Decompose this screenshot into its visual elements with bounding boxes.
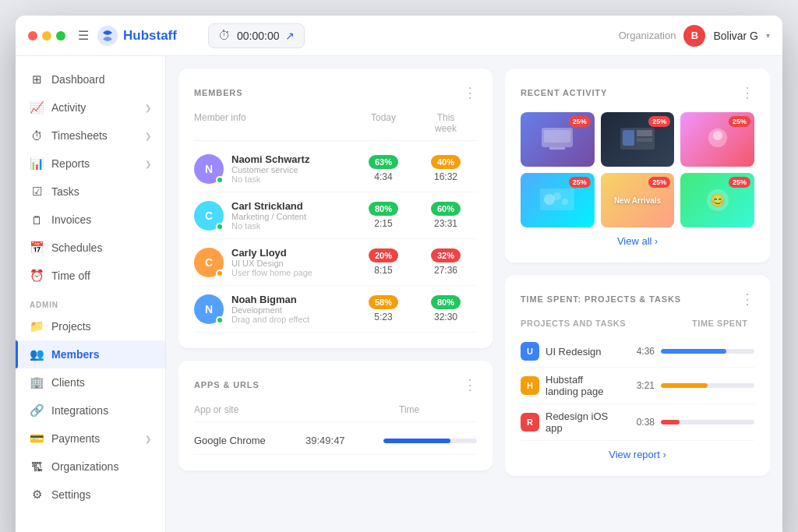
titlebar: ☰ Hubstaff ⏱ 00:00:00 ↗ Organization B B…: [16, 16, 782, 56]
member-details: Naomi Schwartz Customer service No task: [231, 153, 309, 184]
chevron-icon: ❯: [145, 132, 151, 140]
progress-fill: [661, 349, 726, 354]
sidebar-item-settings[interactable]: ⚙ Settings: [16, 481, 165, 509]
schedules-icon: 📅: [30, 241, 44, 255]
table-row: C Carl Strickland Marketing / Content No…: [194, 192, 477, 239]
org-avatar: B: [683, 25, 705, 47]
organizations-icon: 🏗: [30, 460, 44, 474]
sidebar-label-schedules: Schedules: [51, 241, 151, 254]
admin-section-label: ADMIN: [16, 290, 165, 312]
timespent-card-menu[interactable]: ⋮: [740, 291, 754, 308]
col-app-site: App or site: [194, 404, 399, 415]
activity-thumb-4[interactable]: 25%: [521, 173, 595, 227]
app-name: Google Chrome: [194, 435, 305, 446]
member-dept: UI UX Design: [231, 259, 312, 268]
sidebar-item-timesheets[interactable]: ⏱ Timesheets ❯: [16, 122, 165, 150]
activity-card-title: RECENT ACTIVITY: [521, 88, 607, 97]
sidebar-label-invoices: Invoices: [51, 213, 151, 226]
member-name: Naomi Schwartz: [231, 153, 309, 165]
timeoff-icon: ⏰: [30, 269, 44, 283]
chevron-icon: ❯: [145, 435, 151, 443]
members-card: MEMBERS ⋮ Member info Today Thisweek N N…: [178, 69, 493, 348]
logo-text: Hubstaff: [123, 28, 177, 44]
activity-thumb-3[interactable]: 25%: [680, 112, 754, 167]
activity-badge-5: 25%: [648, 177, 670, 188]
maximize-button[interactable]: [56, 31, 65, 41]
apps-card-menu[interactable]: ⋮: [463, 376, 477, 393]
table-row: C Carly Lloyd UI UX Design User flow hom…: [194, 239, 477, 286]
project-time: 3:21: [616, 380, 655, 391]
today-time: 8:15: [374, 265, 392, 276]
svg-rect-6: [637, 130, 652, 136]
svg-point-12: [553, 192, 561, 200]
sidebar-item-integrations[interactable]: 🔗 Integrations: [16, 396, 165, 425]
right-column: RECENT ACTIVITY ⋮: [505, 69, 770, 532]
sidebar-label-clients: Clients: [51, 376, 151, 389]
view-all-button[interactable]: View all ›: [521, 235, 754, 247]
close-button[interactable]: [28, 31, 37, 41]
activity-card-header: RECENT ACTIVITY ⋮: [521, 84, 754, 101]
member-task: No task: [231, 221, 306, 231]
sidebar-item-dashboard[interactable]: ⊞ Dashboard: [16, 65, 165, 93]
members-card-menu[interactable]: ⋮: [463, 84, 477, 101]
sidebar-label-projects: Projects: [51, 320, 151, 333]
apps-list: Google Chrome 39:49:47: [194, 427, 477, 455]
member-dept: Customer service: [231, 165, 309, 174]
activity-thumb-5[interactable]: New Arrivals 25%: [601, 173, 675, 227]
chevron-icon: ❯: [145, 104, 151, 112]
sidebar-label-activity: Activity: [51, 101, 145, 114]
minimize-button[interactable]: [42, 31, 51, 41]
activity-card-menu[interactable]: ⋮: [740, 84, 754, 101]
view-all-arrow-icon: ›: [655, 236, 658, 247]
avatar: C: [194, 248, 224, 277]
sidebar-item-organizations[interactable]: 🏗 Organizations: [16, 453, 165, 481]
activity-thumb-1[interactable]: 25%: [521, 112, 595, 167]
app-time: 39:49:47: [305, 435, 383, 446]
sidebar-item-schedules[interactable]: 📅 Schedules: [16, 234, 165, 262]
sidebar-item-tasks[interactable]: ☑ Tasks: [16, 178, 165, 206]
timer-widget[interactable]: ⏱ 00:00:00 ↗: [208, 23, 305, 48]
project-icon: R: [521, 413, 539, 432]
week-time: 16:32: [434, 171, 457, 182]
sidebar-item-invoices[interactable]: 🗒 Invoices: [16, 206, 165, 234]
today-time: 2:15: [374, 218, 392, 229]
col-projects-tasks: Projects and tasks: [521, 319, 692, 328]
col-today: Today: [352, 112, 415, 134]
member-task: Drag and drop effect: [231, 315, 309, 324]
timespent-table-header: Projects and tasks Time spent: [521, 319, 754, 328]
sidebar-item-reports[interactable]: 📊 Reports ❯: [16, 150, 165, 178]
week-badge: 40%: [431, 155, 461, 169]
activity-thumb-2[interactable]: 25%: [601, 112, 675, 167]
members-table-header: Member info Today Thisweek: [194, 112, 477, 141]
hamburger-icon[interactable]: ☰: [78, 28, 89, 43]
list-item: U UI Redesign 4:36: [521, 336, 754, 368]
sidebar-label-organizations: Organizations: [51, 460, 151, 473]
avatar-status: [216, 223, 224, 231]
table-row: N Naomi Schwartz Customer service No tas…: [194, 146, 477, 192]
sidebar-item-members[interactable]: 👥 Members: [16, 340, 165, 368]
sidebar-item-activity[interactable]: 📈 Activity ❯: [16, 93, 165, 122]
sidebar-item-timeoff[interactable]: ⏰ Time off: [16, 262, 165, 290]
today-time: 5:23: [374, 312, 392, 322]
member-info: C Carl Strickland Marketing / Content No…: [194, 200, 352, 231]
member-details: Noah Bigman Development Drag and drop ef…: [231, 294, 309, 324]
view-report-button[interactable]: View report ›: [521, 449, 754, 460]
list-item: Google Chrome 39:49:47: [194, 427, 477, 455]
sidebar-item-payments[interactable]: 💳 Payments ❯: [16, 425, 165, 453]
members-icon: 👥: [30, 347, 44, 361]
col-member-info: Member info: [194, 112, 352, 134]
sidebar-label-reports: Reports: [51, 157, 145, 170]
member-week-stat: 32% 27:36: [415, 248, 477, 276]
activity-thumb-6[interactable]: 😊 25%: [680, 173, 754, 227]
sidebar-item-clients[interactable]: 🏢 Clients: [16, 368, 165, 396]
org-chevron-icon[interactable]: ▾: [766, 31, 770, 40]
progress-fill: [383, 439, 450, 443]
activity-icon: 📈: [30, 100, 44, 115]
activity-badge-3: 25%: [729, 116, 750, 127]
sidebar-item-projects[interactable]: 📁 Projects: [16, 312, 165, 340]
sidebar-label-timeoff: Time off: [51, 270, 151, 282]
tasks-icon: ☑: [30, 185, 44, 199]
member-name: Carly Lloyd: [231, 247, 312, 259]
member-today-stat: 20% 8:15: [352, 248, 415, 276]
timer-icon: ⏱: [218, 29, 231, 43]
